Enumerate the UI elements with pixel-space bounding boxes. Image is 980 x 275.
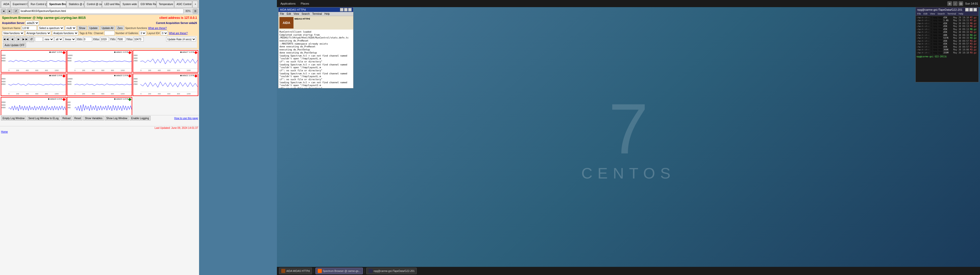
ymax-input[interactable] <box>134 37 144 41</box>
tab-runcontrol[interactable]: Run Control @ car... × <box>28 1 47 7</box>
refresh-btn[interactable]: ↺ <box>29 36 34 42</box>
spectrum-dropdown[interactable]: Select a spectrum <box>38 26 64 30</box>
menu-help[interactable]: Help <box>324 12 330 16</box>
how-to-link[interactable]: How to use this page <box>174 117 198 120</box>
menu-search[interactable]: Search <box>301 12 310 16</box>
chart-yvals-3: 350030002500 <box>134 54 138 62</box>
num-galleries-select[interactable]: 3 <box>139 31 146 35</box>
maximize-btn[interactable]: □ <box>344 8 348 11</box>
next-next-btn[interactable]: ►► <box>22 36 28 42</box>
num-galleries-label: Number of Galleries <box>116 32 138 35</box>
new-select[interactable]: new <box>43 37 54 41</box>
tab-aida[interactable]: AIDA × <box>1 1 10 7</box>
what-are-these-1[interactable]: What are these? <box>148 27 167 30</box>
xscale-input[interactable] <box>35 37 43 41</box>
fm-maximize-btn[interactable]: □ <box>969 8 973 11</box>
chart-title-2: ◆ aida11 1.8 W <box>114 51 128 53</box>
client-address: client address is 127.0.0.1 <box>159 16 197 20</box>
tab-control[interactable]: Control @ carme... × <box>84 1 102 7</box>
chart-yvals-7: 950090008500 <box>2 101 6 109</box>
tab-statistics[interactable]: Statistics @ carm... × <box>66 1 84 7</box>
minimize-btn[interactable]: − <box>340 8 344 11</box>
tab-spectrum[interactable]: Spectrum Browsin... × <box>47 1 66 7</box>
spectrum-controls-row: Spectrum Name Select a spectrum multi Sh… <box>2 26 197 30</box>
tab-experiment[interactable]: Experiment Contr... × <box>11 1 28 7</box>
term-line-12: -rw-r--r-- 1 npg npg 360K May 30 10:08 M… <box>916 48 978 51</box>
menu-terminal[interactable]: Terminal <box>312 12 323 16</box>
layout-id-select[interactable]: 0 <box>161 31 168 35</box>
arrange-functions-select[interactable]: Arrange functions <box>25 31 51 35</box>
xmin-input[interactable] <box>83 37 92 41</box>
fm-menu-help[interactable]: Help <box>958 12 964 15</box>
chart-yvals-2: 1000095009000 <box>68 54 73 62</box>
menu-edit[interactable]: Edit <box>286 12 291 16</box>
tab-asic[interactable]: ASIC Control @ c... × <box>174 1 192 7</box>
what-are-these-2[interactable]: What are these? <box>169 32 188 35</box>
tab-new[interactable]: + <box>192 1 198 7</box>
show-vars-btn[interactable]: Show Variables <box>83 116 104 120</box>
chart-svg-8 <box>75 101 132 116</box>
update-rate-select[interactable]: Update Rate (4 secs) <box>166 37 196 41</box>
prev-prev-btn[interactable]: ◄◄ <box>3 36 9 42</box>
all-select[interactable]: all <box>55 37 63 41</box>
tab-temp[interactable]: Temperature and... × <box>156 1 174 7</box>
prev-btn[interactable]: ◄ <box>10 36 15 42</box>
send-log-btn[interactable]: Send Log Window to ELog <box>27 116 60 120</box>
forward-btn[interactable]: ► <box>7 9 12 14</box>
volume-icon[interactable]: ♪ <box>953 1 958 6</box>
chart-svg-6 <box>140 77 198 92</box>
tab-led[interactable]: LED and Wavefor... × <box>102 1 120 7</box>
back-btn[interactable]: ◄ <box>1 9 6 14</box>
analysis-functions-select[interactable]: Analysis functions <box>52 31 78 35</box>
enable-logging-btn[interactable]: Enable Logging <box>130 116 151 120</box>
aida-content: RunControlClient loaded Completed custom… <box>278 30 353 88</box>
aida-log-text: RunControlClient loaded Completed custom… <box>280 30 352 88</box>
menu-btn[interactable]: ☰ <box>192 9 198 14</box>
auto-update-btn[interactable]: Auto Update OFF <box>3 43 26 47</box>
reload-btn[interactable]: Reload <box>61 116 72 120</box>
show-log-btn[interactable]: Show Log Window <box>105 116 129 120</box>
xmax-input[interactable] <box>100 37 109 41</box>
fm-menu-file[interactable]: File <box>917 12 921 15</box>
show-btn[interactable]: Show <box>77 26 87 30</box>
power-icon[interactable]: ⏻ <box>959 1 963 6</box>
tab-label: + <box>195 3 196 6</box>
applications-menu[interactable]: Applications <box>279 2 297 6</box>
menu-file[interactable]: File <box>280 12 285 16</box>
address-input[interactable] <box>19 9 183 14</box>
taskbar-spectrum-btn[interactable]: Spectrum Browser @ carme-gs... <box>315 268 363 274</box>
fm-menu-view[interactable]: View <box>929 12 935 15</box>
centos-logo: 7 CENTOS <box>581 93 676 182</box>
reload-nav-btn[interactable]: ↺ <box>13 9 18 14</box>
home-link[interactable]: Home <box>1 130 8 133</box>
acq-server-select[interactable]: aida26 <box>25 21 39 25</box>
view-functions-select[interactable]: View functions <box>2 31 24 35</box>
spectrum-name-input[interactable] <box>21 26 37 30</box>
linear-select[interactable]: linear <box>64 37 76 41</box>
fm-menu-search[interactable]: Search <box>937 12 945 15</box>
channel-input[interactable] <box>104 31 115 35</box>
update-btn[interactable]: Update <box>88 26 99 30</box>
fm-minimize-btn[interactable]: − <box>965 8 969 11</box>
ymin-input[interactable] <box>116 37 125 41</box>
term-line-9: -rw-r--r-- 1 npg npg 45K May 30 09:57 M3… <box>916 40 978 43</box>
update-all-btn[interactable]: Update All <box>100 26 115 30</box>
fm-close-btn[interactable]: × <box>974 8 977 11</box>
fm-menu-edit[interactable]: Edit <box>923 12 928 15</box>
close-btn[interactable]: × <box>348 8 352 11</box>
places-menu[interactable]: Places <box>299 2 310 6</box>
tab-gsi[interactable]: GSI White Rabbit ... × <box>138 1 156 7</box>
fm-menu-terminal[interactable]: Terminal <box>947 12 956 15</box>
taskbar-terminal-btn[interactable]: npg@carme-gsi:/TapeData/G22-201 <box>366 268 417 274</box>
terminal-prompt: npg@carme-gsi G22-201]$ <box>916 55 947 58</box>
reset-btn[interactable]: Reset <box>73 116 83 120</box>
taskbar-aida-btn[interactable]: AIDA MIDAS HTTPd <box>279 268 312 274</box>
spectrum-mode-select[interactable]: multi <box>65 26 76 30</box>
term-line-8: -rw-r--r-- 1 npg npg 537K May 30 09:33 R… <box>916 37 978 40</box>
tab-system[interactable]: System wide Che... × <box>120 1 138 7</box>
network-icon[interactable]: ⊕ <box>947 1 952 6</box>
next-btn[interactable]: ► <box>16 36 21 42</box>
menu-view[interactable]: View <box>293 12 300 16</box>
empty-log-btn[interactable]: Empty Log Window <box>1 116 26 120</box>
zero-btn[interactable]: Zero <box>116 26 124 30</box>
